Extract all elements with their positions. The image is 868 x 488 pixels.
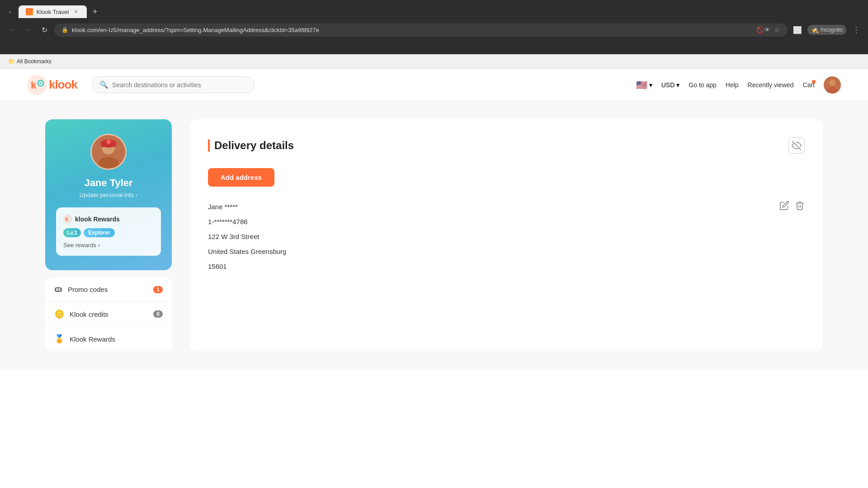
- klook-credits-badge: 0: [153, 310, 163, 318]
- refresh-btn[interactable]: ↻: [38, 23, 51, 36]
- incognito-label: Incognito: [821, 27, 843, 33]
- svg-point-3: [40, 82, 42, 84]
- klook-rewards-icon: 🏅: [54, 334, 64, 344]
- svg-text:k: k: [66, 217, 68, 222]
- address-name: Jane *****: [208, 199, 238, 214]
- help-link[interactable]: Help: [726, 81, 739, 89]
- back-btn[interactable]: ←: [5, 23, 18, 36]
- bookmarks-bar: 📁 All Bookmarks: [0, 54, 868, 69]
- klook-rewards-label: Klook Rewards: [70, 335, 115, 343]
- forward-btn[interactable]: →: [22, 23, 34, 36]
- profile-name: Jane Tyler: [56, 177, 161, 189]
- currency-selector[interactable]: USD ▾: [661, 81, 680, 89]
- go-to-app-link[interactable]: Go to app: [689, 81, 717, 89]
- sidebar-item-promo-codes[interactable]: 🎟 Promo codes 1: [45, 277, 172, 302]
- language-arrow: ▾: [649, 81, 652, 89]
- incognito-icon: 🕵: [811, 26, 819, 33]
- promo-codes-badge: 1: [153, 286, 163, 293]
- all-bookmarks-label: All Bookmarks: [17, 58, 52, 65]
- address-street: 122 W 3rd Street: [208, 229, 805, 244]
- sidebar-item-promo-left: 🎟 Promo codes: [54, 285, 108, 294]
- browser-toolbar: ← → ↻ 🔒 klook.com/en-US/manage_address/?…: [0, 20, 868, 40]
- address-name-row: Jane *****: [208, 199, 805, 214]
- sidebar-item-klook-rewards[interactable]: 🏅 Klook Rewards: [45, 327, 172, 351]
- see-rewards-link[interactable]: See rewards ›: [63, 242, 154, 249]
- rewards-logo-text: klook Rewards: [75, 216, 120, 223]
- tab-label: Klook Travel: [37, 9, 69, 15]
- add-address-button[interactable]: Add address: [208, 168, 274, 187]
- update-personal-info-link[interactable]: Update personal info ›: [56, 192, 161, 198]
- cart-btn[interactable]: Cart: [803, 81, 815, 89]
- search-input[interactable]: [112, 81, 247, 89]
- currency-label: USD: [661, 81, 675, 89]
- all-bookmarks[interactable]: 📁 All Bookmarks: [5, 57, 54, 66]
- extension-btn[interactable]: ⬜: [791, 23, 804, 36]
- hide-icon-btn[interactable]: [788, 137, 805, 154]
- flag-icon: 🇺🇸: [636, 80, 647, 90]
- header-actions: 🇺🇸 ▾ USD ▾ Go to app Help Recently viewe…: [636, 76, 841, 94]
- rewards-logo: k klook Rewards: [63, 215, 154, 224]
- sidebar-item-klook-credits[interactable]: 🪙 Klook credits 0: [45, 302, 172, 327]
- address-bar[interactable]: 🔒 klook.com/en-US/manage_address/?spm=Se…: [54, 23, 788, 37]
- bookmark-folder-icon: 📁: [8, 58, 15, 65]
- tab-prev-icon: ‹: [9, 8, 11, 15]
- site-header: k klook 🔍 🇺🇸 ▾ USD ▾ Go to app Help Rece…: [0, 69, 868, 101]
- eye-slash-icon: [792, 141, 802, 150]
- tab-prev[interactable]: ‹: [4, 5, 17, 18]
- tab-klook[interactable]: Klook Travel ×: [19, 5, 87, 18]
- tab-favicon: [26, 8, 33, 15]
- see-rewards-label: See rewards: [63, 242, 96, 249]
- url-text: klook.com/en-US/manage_address/?spm=Sett…: [72, 27, 753, 33]
- lock-icon: 🔒: [61, 27, 68, 33]
- eye-slash-icon: 🚫👁: [756, 26, 770, 33]
- logo-text: klook: [49, 78, 77, 92]
- logo-svg: k: [27, 75, 47, 95]
- menu-btn[interactable]: ⋮: [850, 23, 863, 36]
- profile-card: Jane Tyler Update personal info › k kloo…: [45, 119, 172, 270]
- klook-credits-label: Klook credits: [70, 310, 108, 318]
- address-zip: 15601: [208, 259, 805, 274]
- currency-arrow: ▾: [676, 81, 679, 89]
- promo-codes-icon: 🎟: [54, 285, 62, 294]
- delete-icon: [795, 201, 805, 211]
- browser-chrome: ‹ Klook Travel × + ← → ↻ 🔒 klook.com/en-…: [0, 0, 868, 54]
- rewards-logo-icon: k: [63, 215, 72, 224]
- search-icon: 🔍: [99, 80, 108, 89]
- delivery-header: Delivery details: [208, 137, 805, 154]
- explorer-badge: Explorer: [84, 228, 115, 237]
- update-label: Update personal info: [80, 192, 134, 198]
- sidebar-item-credits-left: 🪙 Klook credits: [54, 309, 108, 319]
- language-selector[interactable]: 🇺🇸 ▾: [636, 80, 652, 90]
- main-content: Jane Tyler Update personal info › k kloo…: [0, 101, 868, 369]
- promo-codes-label: Promo codes: [68, 286, 108, 293]
- level-badge: Lv.1: [63, 228, 81, 237]
- rewards-badge: Lv.1 Explorer: [63, 228, 154, 237]
- profile-avatar: [90, 134, 127, 170]
- address-actions: [779, 201, 805, 213]
- star-icon[interactable]: ☆: [774, 26, 780, 34]
- see-rewards-arrow-icon: ›: [98, 242, 100, 249]
- svg-text:k: k: [31, 80, 37, 91]
- tab-close-btn[interactable]: ×: [72, 8, 80, 15]
- profile-avatar-image: [92, 134, 125, 170]
- svg-point-5: [829, 80, 835, 86]
- delivery-section: Delivery details Add address Jane *****: [190, 119, 823, 351]
- page-wrapper: k klook 🔍 🇺🇸 ▾ USD ▾ Go to app Help Rece…: [0, 69, 868, 488]
- edit-address-btn[interactable]: [779, 201, 789, 213]
- browser-actions: ⬜ 🕵 Incognito ⋮: [791, 23, 863, 36]
- svg-point-0: [27, 75, 47, 95]
- sidebar-item-rewards-left: 🏅 Klook Rewards: [54, 334, 115, 344]
- user-avatar[interactable]: [824, 76, 841, 94]
- address-city-state: United States Greensburg: [208, 244, 805, 259]
- address-phone: 1-*******4786: [208, 214, 805, 229]
- delivery-title-text: Delivery details: [214, 139, 294, 152]
- update-arrow-icon: ›: [136, 192, 137, 198]
- recently-viewed-link[interactable]: Recently viewed: [748, 81, 794, 89]
- rewards-box: k klook Rewards Lv.1 Explorer See reward…: [56, 207, 161, 256]
- address-info: Jane *****: [208, 199, 805, 274]
- browser-tabs: ‹ Klook Travel × +: [0, 0, 868, 20]
- klook-logo[interactable]: k klook: [27, 75, 77, 95]
- new-tab-btn[interactable]: +: [89, 5, 101, 18]
- delete-address-btn[interactable]: [795, 201, 805, 213]
- search-bar[interactable]: 🔍: [92, 76, 255, 93]
